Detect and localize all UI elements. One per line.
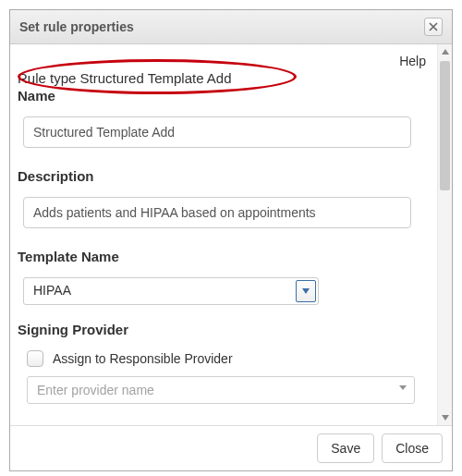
scroll-down-icon[interactable] — [438, 410, 452, 425]
chevron-down-icon — [399, 385, 407, 390]
signing-provider-label: Signing Provider — [18, 322, 435, 337]
titlebar: Set rule properties — [10, 10, 452, 44]
name-label: Name — [18, 88, 435, 104]
scrollbar[interactable] — [437, 44, 452, 425]
description-input[interactable] — [23, 197, 411, 228]
dialog: Set rule properties Help Rule type Struc… — [9, 9, 453, 471]
template-select[interactable]: HIPAA — [23, 277, 319, 305]
save-button[interactable]: Save — [317, 433, 374, 463]
assign-checkbox-label: Assign to Responsible Provider — [53, 351, 233, 366]
template-name-label: Template Name — [18, 249, 435, 264]
name-input[interactable] — [23, 116, 411, 148]
scroll-up-icon[interactable] — [438, 44, 452, 59]
dialog-footer: Save Close — [10, 425, 452, 470]
scroll-content: Help Rule type Structured Template Add N… — [10, 44, 452, 425]
assign-checkbox-row: Assign to Responsible Provider — [27, 350, 435, 367]
close-icon[interactable] — [424, 18, 443, 36]
assign-checkbox[interactable] — [27, 350, 43, 367]
close-button[interactable]: Close — [382, 433, 443, 463]
provider-input[interactable]: Enter provider name — [27, 376, 415, 404]
rule-type-line: Rule type Structured Template Add — [18, 70, 435, 86]
dialog-body: Help Rule type Structured Template Add N… — [10, 44, 452, 425]
description-label: Description — [18, 168, 435, 184]
dialog-title: Set rule properties — [19, 19, 134, 34]
help-link[interactable]: Help — [399, 54, 426, 68]
scrollbar-thumb[interactable] — [440, 61, 450, 190]
chevron-down-icon[interactable] — [296, 280, 316, 302]
template-select-value: HIPAA — [24, 278, 294, 304]
rule-type-text: Rule type Structured Template Add — [18, 70, 232, 86]
provider-placeholder: Enter provider name — [37, 383, 154, 397]
